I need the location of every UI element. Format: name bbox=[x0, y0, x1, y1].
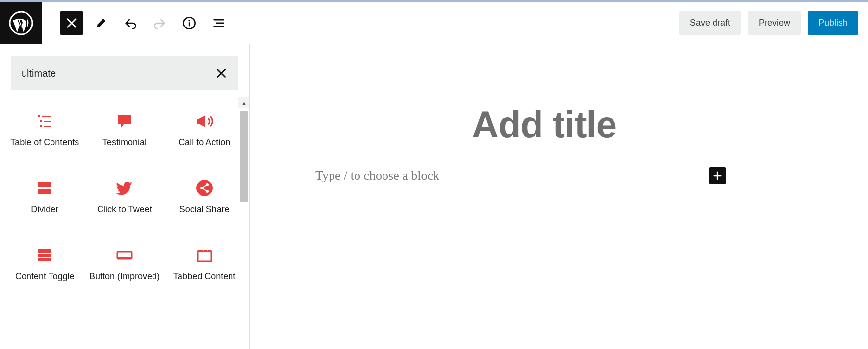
block-item-toggle[interactable]: Content Toggle bbox=[5, 237, 85, 285]
scrollbar-thumb[interactable] bbox=[240, 111, 248, 202]
svg-point-13 bbox=[196, 180, 213, 196]
block-item-label: Table of Contents bbox=[7, 136, 83, 148]
svg-rect-18 bbox=[38, 254, 51, 257]
block-search bbox=[11, 56, 238, 90]
svg-rect-6 bbox=[40, 120, 42, 122]
redo-icon bbox=[153, 16, 167, 30]
main-area: ▴ Table of ContentsTestimonialCall to Ac… bbox=[0, 44, 868, 349]
block-item-label: Testimonial bbox=[87, 136, 163, 148]
svg-rect-5 bbox=[42, 116, 51, 117]
block-item-label: Click to Tweet bbox=[87, 203, 163, 215]
block-item-label: Button (Improved) bbox=[87, 270, 163, 282]
topbar: Save draft Preview Publish bbox=[0, 2, 868, 44]
close-icon bbox=[215, 67, 228, 80]
svg-rect-23 bbox=[198, 250, 203, 252]
svg-rect-4 bbox=[38, 115, 40, 117]
twitter-icon bbox=[87, 173, 163, 203]
svg-point-2 bbox=[188, 20, 190, 21]
svg-rect-3 bbox=[189, 22, 190, 26]
outline-button[interactable] bbox=[207, 11, 230, 35]
redo-button[interactable] bbox=[148, 11, 172, 35]
info-button[interactable] bbox=[178, 11, 201, 35]
svg-rect-9 bbox=[44, 126, 51, 127]
svg-rect-24 bbox=[204, 250, 207, 251]
svg-rect-8 bbox=[40, 125, 42, 127]
block-item-label: Tabbed Content bbox=[166, 270, 242, 282]
clear-search-button[interactable] bbox=[215, 67, 228, 80]
scroll-up-arrow[interactable]: ▴ bbox=[238, 97, 249, 108]
undo-button[interactable] bbox=[119, 11, 142, 35]
block-item-megaphone[interactable]: Call to Action bbox=[164, 103, 244, 151]
block-item-tabbed[interactable]: Tabbed Content bbox=[164, 237, 244, 285]
edit-button[interactable] bbox=[89, 11, 113, 35]
block-item-twitter[interactable]: Click to Tweet bbox=[85, 170, 165, 218]
block-item-divider[interactable]: Divider bbox=[5, 170, 85, 218]
toggle-icon bbox=[7, 240, 83, 270]
block-item-label: Content Toggle bbox=[7, 270, 83, 282]
divider-icon bbox=[7, 173, 83, 203]
info-icon bbox=[182, 16, 196, 30]
close-icon bbox=[65, 16, 78, 30]
block-results-scroll: ▴ Table of ContentsTestimonialCall to Ac… bbox=[0, 97, 249, 349]
block-item-toc[interactable]: Table of Contents bbox=[5, 103, 85, 151]
block-item-share[interactable]: Social Share bbox=[164, 170, 244, 218]
block-search-input[interactable] bbox=[22, 68, 215, 79]
block-inserter-panel: ▴ Table of ContentsTestimonialCall to Ac… bbox=[0, 44, 250, 349]
svg-rect-19 bbox=[38, 258, 51, 261]
plus-icon bbox=[712, 170, 723, 181]
svg-rect-7 bbox=[44, 121, 51, 122]
block-item-button[interactable]: Button (Improved) bbox=[85, 237, 165, 285]
svg-rect-25 bbox=[208, 250, 211, 251]
svg-rect-17 bbox=[38, 249, 51, 253]
save-draft-button[interactable]: Save draft bbox=[679, 11, 741, 35]
header-actions: Save draft Preview Publish bbox=[679, 11, 868, 35]
button-icon bbox=[87, 240, 163, 270]
list-view-icon bbox=[212, 16, 226, 30]
megaphone-icon bbox=[166, 106, 242, 136]
block-item-label: Call to Action bbox=[166, 136, 242, 148]
svg-rect-22 bbox=[198, 251, 211, 261]
undo-icon bbox=[124, 16, 137, 30]
preview-button[interactable]: Preview bbox=[748, 11, 801, 35]
speech-icon bbox=[87, 106, 163, 136]
wordpress-icon bbox=[9, 11, 33, 35]
block-item-speech[interactable]: Testimonial bbox=[85, 103, 165, 151]
svg-rect-21 bbox=[117, 257, 132, 259]
svg-rect-10 bbox=[197, 119, 199, 124]
block-item-label: Divider bbox=[7, 203, 83, 215]
svg-point-0 bbox=[10, 12, 32, 34]
editor-canvas: Add title Type / to choose a block bbox=[250, 44, 868, 349]
pencil-icon bbox=[94, 16, 108, 30]
wordpress-logo[interactable] bbox=[0, 2, 42, 44]
close-inserter-button[interactable] bbox=[60, 11, 83, 35]
editor-toolbar bbox=[42, 11, 679, 35]
block-item-label: Social Share bbox=[166, 203, 242, 215]
add-block-button[interactable] bbox=[709, 167, 726, 184]
share-icon bbox=[166, 173, 242, 203]
svg-rect-12 bbox=[38, 187, 51, 189]
post-body-placeholder[interactable]: Type / to choose a block bbox=[315, 168, 709, 183]
post-title-input[interactable]: Add title bbox=[250, 103, 839, 146]
toc-icon bbox=[7, 106, 83, 136]
tabbed-icon bbox=[166, 240, 242, 270]
publish-button[interactable]: Publish bbox=[808, 11, 858, 35]
